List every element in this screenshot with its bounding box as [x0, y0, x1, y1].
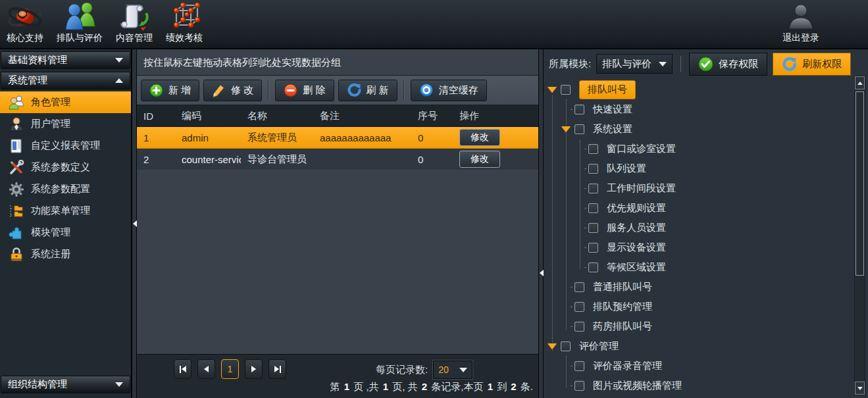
tree-checkbox[interactable]: [574, 361, 584, 371]
tree-node[interactable]: 排队叫号: [544, 80, 855, 99]
tree-expander[interactable]: [561, 380, 574, 391]
tree-node[interactable]: 等候区域设置: [544, 257, 855, 277]
status-text: 条.: [518, 381, 533, 392]
button-label: 清空缓存: [439, 84, 478, 97]
sidebar-item-function-menu[interactable]: 功能菜单管理: [0, 200, 131, 222]
save-permissions-button[interactable]: 保存权限: [689, 53, 767, 76]
next-page-button[interactable]: [245, 359, 263, 379]
clear-cache-button[interactable]: 清空缓存: [411, 80, 487, 101]
last-page-button[interactable]: [268, 359, 286, 379]
tree-expander[interactable]: [575, 143, 588, 154]
tree-checkbox[interactable]: [561, 85, 571, 95]
logout-button[interactable]: 退出登录: [776, 0, 826, 48]
table-row[interactable]: 2 counter-service 导诊台管理员 0 修改: [137, 149, 538, 170]
tree-expander[interactable]: [575, 203, 588, 213]
accordion-system-management[interactable]: 系统管理: [1, 72, 130, 89]
sidebar-item-system-register[interactable]: 系统注册: [0, 243, 131, 265]
current-page-button[interactable]: 1: [221, 359, 239, 379]
delete-button[interactable]: 删 除: [275, 80, 334, 101]
tree-node[interactable]: 药房排队叫号: [544, 316, 855, 336]
tree-node[interactable]: 评价管理: [544, 336, 855, 356]
tree-expander[interactable]: [575, 262, 588, 272]
module-queue-evaluation[interactable]: 排队与评价: [50, 0, 109, 48]
tree-expander[interactable]: [561, 124, 574, 134]
scroll-up-button[interactable]: [855, 76, 865, 89]
add-button[interactable]: 新 增: [141, 80, 199, 101]
column-header-code[interactable]: 编码: [175, 110, 241, 122]
sidebar-item-param-config[interactable]: 系统参数配置: [0, 178, 131, 200]
tree-node[interactable]: 普通排队叫号: [544, 277, 855, 297]
tree-node[interactable]: 系统设置: [544, 119, 855, 139]
tree-expander[interactable]: [575, 222, 588, 233]
tree-node[interactable]: 优先规则设置: [544, 198, 855, 218]
right-panel-splitter[interactable]: [538, 49, 544, 398]
tree-node[interactable]: 服务人员设置: [544, 218, 855, 237]
tree-checkbox[interactable]: [588, 164, 598, 174]
refresh-permissions-button[interactable]: 刷新权限: [773, 53, 851, 76]
tree-checkbox[interactable]: [574, 105, 584, 114]
module-performance[interactable]: 绩效考核: [159, 0, 209, 48]
sidebar-splitter[interactable]: [132, 49, 137, 398]
tree-checkbox[interactable]: [588, 262, 598, 272]
row-edit-button[interactable]: 修改: [459, 151, 500, 168]
sidebar-item-module-management[interactable]: 模块管理: [0, 222, 131, 243]
scrollbar-thumb[interactable]: [855, 91, 864, 276]
tree-checkbox[interactable]: [588, 144, 598, 154]
sidebar-item-role-management[interactable]: 角色管理: [0, 91, 131, 113]
column-header-id[interactable]: ID: [137, 111, 175, 122]
tree-checkbox[interactable]: [588, 203, 598, 213]
tree-node[interactable]: 图片或视频轮播管理: [544, 376, 855, 395]
tree-checkbox[interactable]: [588, 243, 598, 253]
prev-page-button[interactable]: [197, 359, 215, 379]
edit-button[interactable]: 修 改: [203, 80, 262, 101]
tree-node[interactable]: 窗口或诊室设置: [544, 139, 855, 159]
tree-expander[interactable]: [561, 321, 574, 332]
sidebar-item-custom-report[interactable]: 自定义报表管理: [0, 135, 131, 157]
column-header-remark[interactable]: 备注: [313, 110, 411, 122]
tree-checkbox[interactable]: [574, 124, 584, 134]
tree-checkbox[interactable]: [588, 223, 598, 233]
refresh-button[interactable]: 刷 新: [338, 80, 397, 101]
module-select[interactable]: 排队与评价: [596, 54, 673, 74]
module-content-management[interactable]: 内容管理: [109, 0, 159, 48]
tree-expander[interactable]: [561, 301, 574, 312]
table-row[interactable]: 1 admin 系统管理员 aaaaaaaaaaaaa 0 修改: [137, 127, 538, 149]
tree-expander[interactable]: [561, 104, 574, 114]
column-header-seq[interactable]: 序号: [411, 110, 453, 122]
tree-expander[interactable]: [561, 361, 574, 371]
module-core-support[interactable]: 核心支持: [0, 0, 50, 48]
tree-node[interactable]: 显示设备设置: [544, 237, 855, 257]
tree-node[interactable]: 排队预约管理: [544, 297, 855, 316]
first-page-button[interactable]: [174, 359, 191, 379]
tree-checkbox[interactable]: [588, 184, 598, 193]
tree-expander[interactable]: [548, 84, 561, 95]
tree-checkbox[interactable]: [574, 282, 584, 292]
column-header-name[interactable]: 名称: [241, 110, 313, 122]
tree-expander[interactable]: [561, 282, 574, 292]
check-icon: [698, 57, 713, 72]
tree-expander[interactable]: [575, 183, 588, 193]
tree-scrollbar[interactable]: [854, 76, 865, 395]
tree-node[interactable]: 评价器录音管理: [544, 356, 855, 376]
accordion-basic-data[interactable]: 基础资料管理: [1, 51, 130, 69]
group-by-drop-zone[interactable]: 按住鼠标左键拖动表格列到此处实现数据分组: [137, 49, 538, 76]
column-header-action[interactable]: 操作: [453, 110, 538, 122]
row-edit-button[interactable]: 修改: [459, 129, 500, 146]
tree-checkbox[interactable]: [574, 322, 584, 332]
collapse-left-icon[interactable]: [133, 220, 137, 227]
tree-node[interactable]: 队列设置: [544, 159, 855, 178]
tree-node[interactable]: 工作时间段设置: [544, 178, 855, 198]
accordion-org-structure[interactable]: 组织结构管理: [1, 376, 130, 393]
tree-expander[interactable]: [548, 341, 561, 351]
tree-expander[interactable]: [575, 163, 588, 174]
tree-checkbox[interactable]: [574, 302, 584, 312]
sidebar-item-user-management[interactable]: 用户管理: [0, 113, 131, 135]
tree-node[interactable]: 快速设置: [544, 99, 855, 119]
sidebar-item-param-definition[interactable]: 系统参数定义: [0, 157, 131, 178]
module-select-value: 排队与评价: [602, 58, 651, 70]
scroll-down-button[interactable]: [855, 382, 865, 395]
tree-checkbox[interactable]: [561, 341, 571, 351]
page-size-select[interactable]: 20: [433, 361, 472, 379]
tree-checkbox[interactable]: [574, 381, 584, 391]
tree-expander[interactable]: [575, 242, 588, 253]
